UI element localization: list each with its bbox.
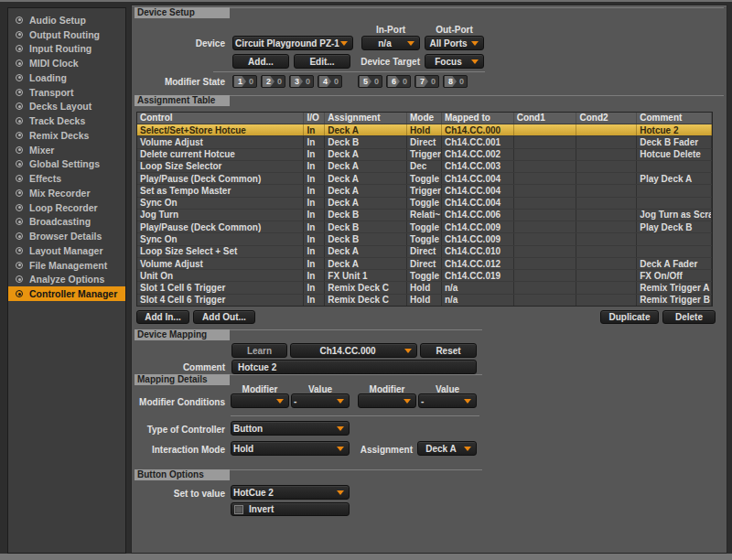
radio-icon: [16, 262, 23, 269]
radio-icon: [16, 204, 23, 211]
table-row[interactable]: Sync OnInDeck BToggleCh14.CC.009: [137, 232, 712, 244]
sidebar-item-decks-layout[interactable]: Decks Layout: [8, 100, 125, 114]
sidebar-item-loading[interactable]: Loading: [8, 70, 125, 85]
sidebar-item-input-routing[interactable]: Input Routing: [8, 42, 125, 57]
table-row[interactable]: Unit OnInFX Unit 1ToggleCh14.CC.019FX On…: [137, 269, 712, 281]
section-header-mapping-details: Mapping Details: [135, 374, 230, 385]
modifier-value: 0: [457, 77, 467, 86]
comment-input[interactable]: Hotcue 2: [231, 360, 477, 374]
column-header-mode[interactable]: Mode: [407, 113, 442, 124]
reset-button[interactable]: Reset: [420, 343, 477, 358]
sidebar-item-midi-clock[interactable]: MIDI Clock: [8, 56, 125, 70]
table-cell: Toggle: [407, 270, 442, 281]
midi-mapping-dropdown[interactable]: Ch14.CC.000: [290, 343, 417, 358]
column-header-cond2[interactable]: Cond2: [576, 113, 637, 124]
column-header-control[interactable]: Control: [137, 113, 304, 124]
duplicate-button[interactable]: Duplicate: [600, 310, 659, 324]
modifier-1-dropdown[interactable]: [231, 393, 289, 408]
modifier-state-1[interactable]: 10: [232, 75, 257, 88]
sidebar-item-file-management[interactable]: File Management: [8, 258, 125, 273]
modifier-number-badge: 6: [388, 76, 400, 87]
modifier-number-badge: 2: [263, 76, 274, 87]
add-device-button[interactable]: Add...: [232, 54, 289, 69]
table-cell: [576, 258, 637, 269]
out-port-dropdown-value: All Ports: [425, 38, 471, 48]
table-cell: Remix Deck C: [325, 295, 407, 306]
sidebar-item-output-routing[interactable]: Output Routing: [8, 27, 125, 42]
modifier-value: 0: [428, 77, 438, 86]
table-cell: [576, 124, 637, 135]
modifier-state-5[interactable]: 50: [358, 75, 382, 88]
table-row[interactable]: Loop Size Select + SetInDeck ADirectCh14…: [137, 245, 712, 257]
table-row[interactable]: Delete current HotcueInDeck ATriggerCh14…: [137, 148, 712, 160]
sidebar-item-controller-manager[interactable]: Controller Manager: [8, 286, 125, 301]
table-row[interactable]: Volume AdjustInDeck ADirectCh14.CC.012De…: [137, 257, 712, 269]
value-1-dropdown[interactable]: -: [291, 393, 350, 408]
sidebar-item-analyze-options[interactable]: Analyze Options: [8, 273, 125, 287]
table-cell: Toggle: [407, 198, 442, 209]
modifier-state-7[interactable]: 70: [414, 75, 439, 88]
delete-button[interactable]: Delete: [662, 310, 716, 324]
table-row[interactable]: Select/Set+Store HotcueInDeck AHoldCh14.…: [137, 124, 712, 135]
table-cell: [576, 185, 637, 196]
chevron-down-icon: [464, 447, 471, 451]
type-of-controller-dropdown[interactable]: Button: [231, 421, 350, 436]
invert-checkbox[interactable]: [234, 505, 243, 514]
radio-icon: [16, 218, 23, 225]
table-cell: [514, 198, 577, 209]
out-port-dropdown[interactable]: All Ports: [425, 36, 484, 50]
set-to-value-dropdown[interactable]: HotCue 2: [231, 485, 350, 500]
sidebar-item-audio-setup[interactable]: Audio Setup: [8, 13, 125, 27]
modifier-state-6[interactable]: 60: [386, 75, 411, 88]
sidebar-item-global-settings[interactable]: Global Settings: [8, 157, 125, 172]
add-out-button[interactable]: Add Out...: [193, 310, 255, 324]
device-setup-divider: [213, 71, 485, 72]
learn-button[interactable]: Learn: [231, 343, 287, 358]
sidebar-item-mixer[interactable]: Mixer: [8, 143, 125, 157]
add-in-button[interactable]: Add In...: [136, 310, 189, 324]
invert-checkbox-row[interactable]: Invert: [231, 502, 350, 516]
table-row[interactable]: Loop Size SelectorInDeck ADecCh14.CC.003: [137, 160, 712, 172]
in-port-dropdown[interactable]: n/a: [361, 36, 420, 50]
table-cell: Jog Turn: [137, 210, 304, 221]
sidebar-item-remix-decks[interactable]: Remix Decks: [8, 128, 125, 143]
assignment-dropdown[interactable]: Deck A: [417, 441, 477, 456]
modifier-state-2[interactable]: 20: [261, 75, 285, 88]
table-row[interactable]: Jog TurnInDeck BRelati~Ch14.CC.006Jog Tu…: [137, 209, 712, 221]
table-row[interactable]: Volume AdjustInDeck BDirectCh14.CC.001De…: [137, 135, 712, 147]
modifier-state-8[interactable]: 80: [443, 75, 468, 88]
table-row[interactable]: Slot 1 Cell 6 TriggerInRemix Deck CHoldn…: [137, 281, 712, 293]
table-cell: [576, 198, 637, 209]
sidebar-item-mix-recorder[interactable]: Mix Recorder: [8, 186, 125, 200]
radio-icon: [16, 89, 23, 96]
table-row[interactable]: Play/Pause (Deck Common)InDeck BToggleCh…: [137, 221, 712, 232]
modifier-state-4[interactable]: 40: [318, 75, 342, 88]
sidebar-item-track-decks[interactable]: Track Decks: [8, 113, 125, 128]
column-header-mapped-to[interactable]: Mapped to: [442, 113, 514, 124]
table-row[interactable]: Play/Pause (Deck Common)InDeck AToggleCh…: [137, 172, 712, 184]
table-row[interactable]: Sync OnInDeck AToggleCh14.CC.004: [137, 197, 712, 209]
column-header-i-o[interactable]: I/O: [304, 113, 325, 124]
device-dropdown[interactable]: Circuit Playground PZ-1: [232, 36, 353, 50]
sidebar-item-effects[interactable]: Effects: [8, 171, 125, 186]
modifier-2-dropdown[interactable]: [358, 393, 416, 408]
column-header-assignment[interactable]: Assignment: [325, 113, 407, 124]
table-cell: n/a: [442, 295, 514, 306]
column-header-comment[interactable]: Comment: [637, 113, 712, 124]
column-header-cond1[interactable]: Cond1: [514, 113, 577, 124]
device-target-dropdown[interactable]: Focus: [425, 54, 484, 69]
table-row[interactable]: Slot 4 Cell 6 TriggerInRemix Deck CHoldn…: [137, 294, 712, 306]
value-2-dropdown[interactable]: -: [418, 393, 477, 408]
sidebar-item-browser-details[interactable]: Browser Details: [8, 229, 125, 243]
table-cell: [514, 246, 577, 257]
device-label: Device: [132, 38, 225, 48]
device-target-dropdown-value: Focus: [425, 57, 471, 67]
chevron-down-icon: [337, 490, 344, 495]
sidebar-item-transport[interactable]: Transport: [8, 85, 125, 100]
table-row[interactable]: Set as Tempo MasterInDeck ATriggerCh14.C…: [137, 184, 712, 196]
sidebar-item-broadcasting[interactable]: Broadcasting: [8, 215, 125, 230]
value-2-value: -: [419, 396, 464, 406]
modifier-state-3[interactable]: 30: [289, 75, 314, 88]
sidebar-item-layout-manager[interactable]: Layout Manager: [8, 243, 125, 258]
sidebar-item-loop-recorder[interactable]: Loop Recorder: [8, 200, 125, 215]
